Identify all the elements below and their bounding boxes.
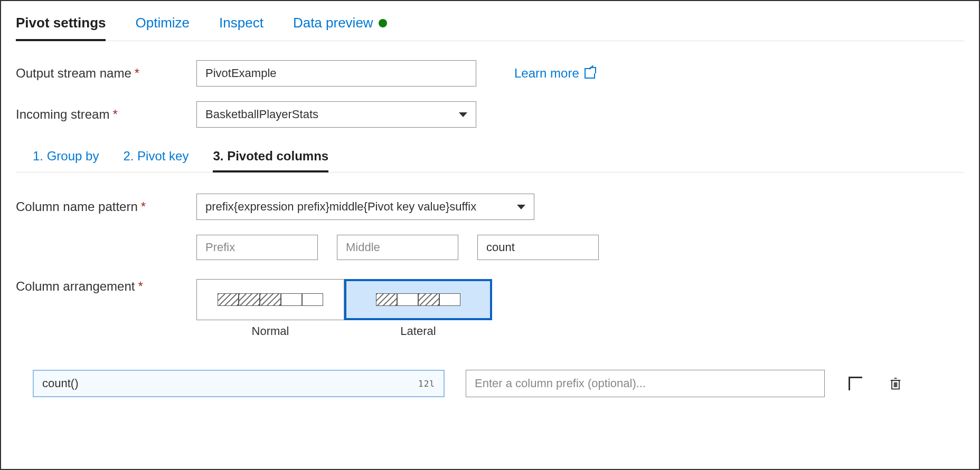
placeholder-text: Enter a column prefix (optional)... bbox=[475, 377, 646, 390]
expression-input[interactable]: count() 12l bbox=[33, 370, 445, 397]
learn-more-link[interactable]: Learn more bbox=[514, 66, 595, 81]
subtab-label: 3. Pivoted columns bbox=[213, 149, 328, 163]
arrangement-label-lateral: Lateral bbox=[400, 324, 436, 338]
arrangement-options: Normal Lateral bbox=[196, 279, 492, 338]
suffix-input[interactable] bbox=[477, 235, 599, 260]
chevron-down-icon bbox=[517, 205, 525, 209]
output-stream-input[interactable] bbox=[196, 60, 476, 87]
label-incoming-stream: Incoming stream* bbox=[16, 107, 180, 122]
tab-inspect[interactable]: Inspect bbox=[219, 12, 263, 41]
label-column-name-pattern: Column name pattern* bbox=[16, 199, 180, 214]
subtab-pivoted-columns[interactable]: 3. Pivoted columns bbox=[213, 142, 328, 172]
dropdown-value: BasketballPlayerStats bbox=[205, 108, 318, 121]
arrangement-option-lateral-wrap: Lateral bbox=[344, 279, 492, 338]
expression-row: count() 12l Enter a column prefix (optio… bbox=[16, 370, 964, 397]
incoming-stream-dropdown[interactable]: BasketballPlayerStats bbox=[196, 101, 476, 128]
arrangement-option-normal-wrap: Normal bbox=[196, 279, 344, 338]
normal-preview-icon bbox=[218, 293, 323, 306]
tab-data-preview[interactable]: Data preview bbox=[293, 12, 387, 41]
expression-value: count() bbox=[42, 377, 78, 390]
label-text: Column name pattern bbox=[16, 199, 138, 214]
external-link-icon bbox=[585, 68, 595, 79]
required-asterisk: * bbox=[112, 107, 117, 121]
tab-label: Pivot settings bbox=[16, 15, 106, 31]
top-tabs: Pivot settings Optimize Inspect Data pre… bbox=[16, 12, 964, 41]
required-asterisk: * bbox=[138, 279, 143, 293]
arrangement-option-normal[interactable] bbox=[196, 279, 344, 320]
dropdown-value: prefix{expression prefix}middle{Pivot ke… bbox=[205, 200, 476, 214]
row-output-stream: Output stream name* Learn more bbox=[16, 60, 964, 87]
tab-label: Data preview bbox=[293, 15, 373, 31]
tab-optimize[interactable]: Optimize bbox=[135, 12, 190, 41]
label-text: Output stream name bbox=[16, 66, 131, 80]
prefix-input[interactable] bbox=[196, 235, 318, 260]
tab-pivot-settings[interactable]: Pivot settings bbox=[16, 12, 106, 41]
label-output-stream: Output stream name* bbox=[16, 66, 180, 81]
row-column-name-pattern: Column name pattern* prefix{expression p… bbox=[16, 194, 964, 220]
arrangement-option-lateral[interactable] bbox=[344, 279, 492, 320]
column-prefix-input[interactable]: Enter a column prefix (optional)... bbox=[466, 370, 825, 397]
sub-tabs: 1. Group by 2. Pivot key 3. Pivoted colu… bbox=[16, 142, 964, 172]
expression-type-badge: 12l bbox=[418, 379, 435, 389]
required-asterisk: * bbox=[141, 199, 146, 214]
subtab-label: 2. Pivot key bbox=[123, 149, 189, 163]
add-button[interactable] bbox=[846, 374, 865, 393]
plus-icon bbox=[849, 377, 862, 390]
trash-icon bbox=[888, 376, 903, 391]
tab-label: Optimize bbox=[135, 15, 190, 31]
subtab-label: 1. Group by bbox=[33, 149, 99, 163]
pattern-part-inputs bbox=[196, 235, 964, 260]
label-text: Incoming stream bbox=[16, 107, 109, 121]
label-column-arrangement: Column arrangement* bbox=[16, 279, 180, 294]
label-text: Column arrangement bbox=[16, 279, 135, 293]
subtab-group-by[interactable]: 1. Group by bbox=[33, 142, 99, 172]
row-incoming-stream: Incoming stream* BasketballPlayerStats bbox=[16, 101, 964, 128]
row-column-arrangement: Column arrangement* Normal Lateral bbox=[16, 279, 964, 338]
required-asterisk: * bbox=[135, 66, 139, 80]
subtab-pivot-key[interactable]: 2. Pivot key bbox=[123, 142, 189, 172]
delete-button[interactable] bbox=[886, 374, 905, 393]
column-name-pattern-dropdown[interactable]: prefix{expression prefix}middle{Pivot ke… bbox=[196, 194, 534, 220]
arrangement-label-normal: Normal bbox=[252, 324, 289, 338]
chevron-down-icon bbox=[459, 112, 467, 117]
lateral-preview-icon bbox=[376, 293, 460, 306]
middle-input[interactable] bbox=[337, 235, 458, 260]
learn-more-text: Learn more bbox=[514, 66, 579, 81]
pivot-settings-panel: Pivot settings Optimize Inspect Data pre… bbox=[0, 0, 980, 470]
tab-label: Inspect bbox=[219, 15, 263, 31]
status-dot-icon bbox=[379, 19, 387, 27]
